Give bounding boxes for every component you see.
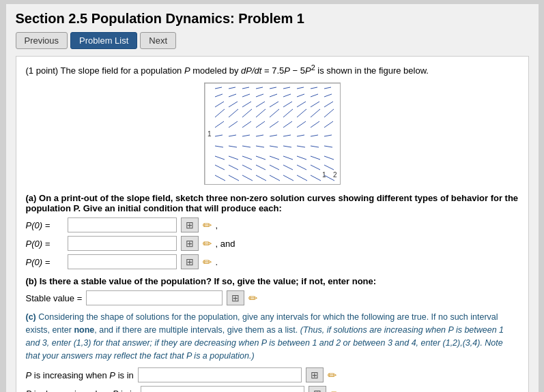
svg-line-20 (324, 94, 332, 97)
svg-line-12 (215, 94, 223, 97)
part-a-label: (a) On a print-out of the slope field, s… (26, 193, 519, 213)
svg-line-34 (270, 109, 279, 117)
svg-line-82 (311, 165, 320, 170)
svg-line-6 (256, 87, 263, 89)
slope-field-image: 1 1 2 (204, 82, 341, 185)
svg-line-85 (229, 175, 239, 181)
svg-line-59 (242, 146, 250, 147)
svg-line-89 (283, 175, 294, 181)
svg-line-35 (283, 109, 293, 117)
svg-line-72 (297, 156, 306, 160)
svg-line-31 (229, 109, 238, 117)
svg-line-87 (256, 175, 266, 181)
svg-line-28 (311, 102, 319, 107)
svg-line-17 (283, 94, 291, 97)
decreasing-input[interactable] (141, 386, 304, 392)
svg-line-91 (311, 175, 321, 181)
svg-line-13 (229, 94, 236, 97)
pencil-icon-3[interactable]: ✏ (203, 256, 212, 269)
svg-line-27 (297, 102, 306, 107)
svg-line-15 (256, 94, 263, 97)
problem-list-button[interactable]: Problem List (70, 32, 137, 49)
svg-line-65 (324, 146, 332, 147)
svg-line-22 (229, 102, 238, 107)
svg-line-37 (311, 109, 320, 117)
svg-line-63 (297, 146, 305, 147)
p0-label-3: P(0) = (26, 257, 63, 267)
grid-button-inc[interactable]: ⊞ (306, 367, 324, 382)
svg-line-78 (256, 165, 266, 170)
svg-line-4 (229, 87, 235, 89)
decreasing-label: P is decreasing when P is in (26, 389, 137, 392)
svg-line-21 (215, 102, 224, 107)
decreasing-row: P is decreasing when P is in ⊞ ✏ (26, 386, 519, 392)
svg-line-19 (311, 94, 318, 97)
next-button[interactable]: Next (140, 32, 176, 49)
svg-line-62 (283, 146, 291, 147)
pencil-icon-stable[interactable]: ✏ (248, 292, 257, 305)
svg-line-70 (270, 156, 279, 160)
svg-line-66 (215, 156, 225, 160)
svg-line-57 (215, 146, 223, 147)
svg-line-25 (270, 102, 278, 107)
pencil-icon-dec[interactable]: ✏ (330, 387, 339, 392)
svg-line-84 (215, 175, 225, 181)
stable-label: Stable value = (26, 293, 83, 303)
svg-text:1: 1 (207, 130, 212, 138)
svg-line-54 (297, 135, 304, 136)
page-title: Section 2.5 Population Dynamics: Problem… (16, 11, 529, 27)
p0-label-1: P(0) = (26, 220, 63, 230)
svg-line-36 (297, 109, 306, 117)
svg-line-88 (270, 175, 280, 181)
svg-line-26 (283, 102, 292, 107)
svg-text:2: 2 (333, 171, 337, 179)
svg-line-18 (297, 94, 304, 97)
svg-line-64 (311, 146, 319, 147)
pencil-icon-inc[interactable]: ✏ (328, 369, 337, 382)
page-container: Section 2.5 Population Dynamics: Problem… (6, 4, 539, 392)
svg-line-90 (297, 175, 307, 181)
previous-button[interactable]: Previous (16, 32, 68, 49)
and-text: , and (216, 239, 235, 249)
svg-line-50 (242, 135, 250, 136)
grid-button-3[interactable]: ⊞ (181, 254, 199, 269)
svg-line-67 (229, 156, 238, 160)
svg-line-38 (324, 109, 334, 117)
increasing-row: P is increasing when P is in ⊞ ✏ (26, 367, 519, 382)
grid-button-dec[interactable]: ⊞ (309, 386, 326, 392)
figure-container: 1 1 2 (26, 82, 519, 185)
svg-line-24 (256, 102, 265, 107)
nav-bar: Previous Problem List Next (16, 32, 529, 49)
increasing-label: P is increasing when P is in (26, 370, 134, 380)
grid-button-stable[interactable]: ⊞ (227, 290, 244, 305)
problem-intro: (1 point) The slope field for a populati… (26, 63, 519, 76)
svg-line-41 (242, 121, 251, 127)
pencil-icon-2[interactable]: ✏ (203, 237, 212, 250)
svg-line-46 (311, 121, 319, 127)
svg-line-44 (283, 121, 292, 127)
svg-line-40 (229, 121, 238, 127)
grid-button-1[interactable]: ⊞ (181, 217, 199, 232)
increasing-input[interactable] (138, 367, 302, 382)
svg-line-16 (270, 94, 277, 97)
part-c-text: (c) Considering the shape of solutions f… (26, 311, 519, 362)
svg-line-86 (242, 175, 253, 181)
svg-line-10 (311, 87, 317, 89)
part-b-label: (b) Is there a stable value of the popul… (26, 276, 519, 286)
stable-value-input[interactable] (86, 290, 223, 305)
grid-button-2[interactable]: ⊞ (181, 236, 199, 251)
pencil-icon-1[interactable]: ✏ (203, 219, 212, 232)
svg-line-76 (229, 165, 238, 170)
svg-line-33 (256, 109, 266, 117)
svg-line-39 (215, 121, 224, 127)
svg-line-32 (242, 109, 252, 117)
svg-line-58 (229, 146, 237, 147)
stable-row: Stable value = ⊞ ✏ (26, 290, 519, 305)
svg-line-61 (270, 146, 278, 147)
p0-input-1[interactable] (68, 217, 177, 232)
p0-input-3[interactable] (68, 254, 177, 269)
svg-line-29 (324, 102, 333, 107)
svg-line-74 (324, 156, 334, 160)
p0-input-2[interactable] (68, 236, 177, 251)
svg-line-81 (297, 165, 306, 170)
